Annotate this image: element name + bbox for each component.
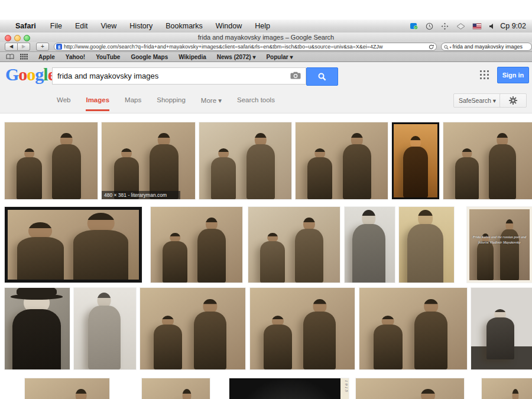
menu-safari[interactable]: Safari bbox=[15, 22, 36, 30]
menu-edit[interactable]: Edit bbox=[75, 22, 88, 30]
image-result[interactable] bbox=[345, 207, 395, 283]
url-input[interactable] bbox=[64, 44, 426, 50]
image-result[interactable] bbox=[142, 378, 210, 399]
figure-silhouette bbox=[154, 316, 182, 369]
menu-help[interactable]: Help bbox=[255, 22, 270, 30]
menu-history[interactable]: History bbox=[129, 22, 153, 30]
google-apps-grid-icon[interactable] bbox=[480, 70, 489, 80]
figure-silhouette bbox=[68, 389, 94, 399]
logo-letter: l bbox=[43, 64, 47, 84]
google-query-input[interactable] bbox=[53, 72, 290, 80]
figure-silhouette bbox=[455, 148, 479, 199]
time-machine-icon[interactable] bbox=[426, 22, 433, 30]
spotlight-diamond-icon[interactable] bbox=[456, 23, 465, 30]
menu-window[interactable]: Window bbox=[216, 22, 242, 30]
google-search-box[interactable] bbox=[52, 67, 306, 85]
toolbar-search-input[interactable] bbox=[452, 44, 531, 50]
figure-silhouette bbox=[150, 133, 179, 199]
image-result[interactable] bbox=[443, 122, 532, 199]
image-result[interactable] bbox=[5, 207, 142, 283]
volume-icon[interactable] bbox=[489, 23, 495, 30]
image-result[interactable] bbox=[359, 288, 467, 369]
google-search-button[interactable] bbox=[306, 67, 338, 86]
figure-silhouette bbox=[194, 299, 226, 369]
site-favicon: g bbox=[56, 44, 62, 50]
google-logo[interactable]: Google bbox=[5, 64, 55, 85]
image-result[interactable] bbox=[151, 207, 242, 283]
tab-shopping[interactable]: Shopping bbox=[157, 96, 186, 111]
new-tab-button[interactable]: + bbox=[36, 43, 49, 51]
image-result[interactable] bbox=[392, 122, 439, 199]
result-photo bbox=[5, 288, 70, 369]
forward-button[interactable]: ▶ bbox=[18, 43, 30, 51]
image-result[interactable] bbox=[74, 288, 136, 369]
result-photo bbox=[443, 122, 532, 199]
us-flag-icon[interactable] bbox=[473, 24, 481, 29]
result-photo bbox=[199, 122, 291, 199]
image-result[interactable] bbox=[471, 288, 532, 369]
keyboard-nav-icon[interactable] bbox=[441, 22, 449, 30]
figure-silhouette bbox=[73, 213, 128, 280]
figure-silhouette bbox=[177, 389, 198, 399]
figure-silhouette bbox=[260, 233, 285, 283]
photo-overlay-text: Frida Kahlo and the russian poet and fut… bbox=[472, 235, 527, 245]
dropbox-icon[interactable] bbox=[410, 22, 418, 30]
bookmark-google-maps[interactable]: Google Maps bbox=[131, 54, 168, 60]
bookmark-youtube[interactable]: YouTube bbox=[96, 54, 120, 60]
figure-silhouette bbox=[197, 218, 226, 283]
figure-silhouette bbox=[407, 210, 443, 283]
image-result[interactable] bbox=[5, 288, 70, 369]
bookmark-apple[interactable]: Apple bbox=[38, 54, 55, 60]
safesearch-dropdown[interactable]: SafeSearch ▾ bbox=[453, 93, 501, 108]
result-photo bbox=[250, 288, 355, 369]
result-photo bbox=[74, 288, 136, 369]
image-result[interactable] bbox=[482, 378, 532, 399]
image-result[interactable]: Frida Kahlo and the russian poet and fut… bbox=[467, 207, 532, 283]
image-result[interactable] bbox=[356, 378, 464, 399]
window-title-bar[interactable]: frida and mayakovsky images – Google Sea… bbox=[0, 33, 532, 43]
bookmarks-bar: Apple Yahoo! YouTube Google Maps Wikiped… bbox=[0, 52, 532, 62]
search-magnifier-icon bbox=[318, 73, 326, 81]
image-result[interactable] bbox=[199, 122, 291, 199]
top-sites-grid-icon[interactable] bbox=[20, 54, 28, 60]
result-photo bbox=[140, 288, 245, 369]
menu-bookmarks[interactable]: Bookmarks bbox=[166, 22, 203, 30]
back-button[interactable]: ◀ bbox=[5, 43, 18, 51]
toolbar-search-field[interactable]: ▾ bbox=[441, 43, 532, 51]
screenshot-root: Safari File Edit View History Bookmarks … bbox=[0, 0, 532, 399]
bookmark-news-folder[interactable]: News (2072) ▾ bbox=[217, 54, 256, 60]
image-result[interactable] bbox=[140, 288, 245, 369]
tab-search-tools[interactable]: Search tools bbox=[237, 96, 275, 111]
bookmarks-book-icon[interactable] bbox=[6, 54, 14, 60]
address-bar[interactable]: g bbox=[54, 43, 437, 51]
tab-web[interactable]: Web bbox=[57, 96, 70, 111]
sign-in-button[interactable]: Sign in bbox=[497, 67, 529, 83]
figure-silhouette bbox=[489, 133, 517, 199]
figure-silhouette bbox=[486, 309, 514, 360]
figure-silhouette bbox=[17, 222, 64, 280]
result-photo bbox=[248, 207, 340, 283]
reload-icon[interactable] bbox=[429, 43, 434, 51]
bookmark-yahoo[interactable]: Yahoo! bbox=[66, 54, 85, 60]
image-result[interactable] bbox=[5, 122, 98, 199]
menu-file[interactable]: File bbox=[50, 22, 62, 30]
menu-bar-clock[interactable]: Ср 9:02 bbox=[500, 22, 526, 30]
image-result[interactable]: 1915 bbox=[229, 378, 349, 399]
image-result[interactable]: 480 × 381 - literaryman.com bbox=[102, 122, 195, 199]
tab-more[interactable]: More ▾ bbox=[201, 96, 222, 111]
bookmark-popular-folder[interactable]: Popular ▾ bbox=[266, 54, 293, 60]
image-result[interactable] bbox=[248, 207, 340, 283]
menu-view[interactable]: View bbox=[100, 22, 116, 30]
image-result[interactable] bbox=[250, 288, 355, 369]
image-result[interactable] bbox=[296, 122, 388, 199]
tab-images[interactable]: Images bbox=[86, 96, 109, 111]
bookmark-wikipedia[interactable]: Wikipedia bbox=[179, 54, 206, 60]
tab-maps[interactable]: Maps bbox=[125, 96, 141, 111]
search-by-image-camera-icon[interactable] bbox=[290, 71, 301, 82]
logo-letter: o bbox=[27, 64, 35, 84]
settings-gear-button[interactable] bbox=[499, 93, 527, 108]
image-result[interactable] bbox=[25, 378, 109, 399]
figure-silhouette bbox=[414, 299, 447, 369]
image-result[interactable] bbox=[399, 207, 454, 283]
logo-letter: o bbox=[18, 64, 27, 84]
